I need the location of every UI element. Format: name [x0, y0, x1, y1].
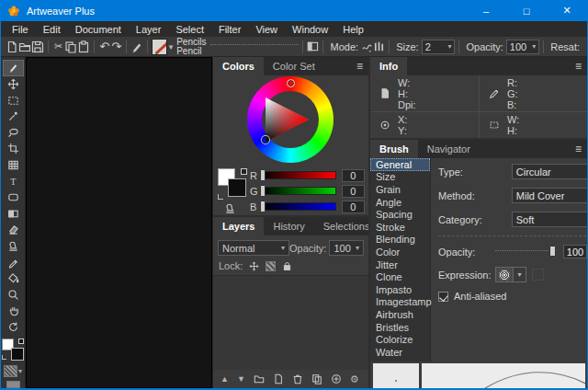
- crop-tool[interactable]: [3, 141, 24, 157]
- green-slider[interactable]: [261, 187, 336, 195]
- duplicate-layer-button[interactable]: [311, 373, 322, 384]
- brush-selector-label[interactable]: Pencils Pencil: [176, 38, 299, 56]
- minimize-button[interactable]: –: [466, 0, 506, 21]
- menu-layer[interactable]: Layer: [129, 21, 169, 37]
- undo-button[interactable]: ↶: [98, 39, 110, 55]
- zoom-tool[interactable]: [3, 286, 24, 303]
- brush-category-airbrush[interactable]: Airbrush: [370, 308, 430, 321]
- lasso-tool[interactable]: [3, 125, 24, 142]
- tab-history[interactable]: History: [264, 217, 313, 235]
- menu-select[interactable]: Select: [168, 21, 211, 37]
- tab-brush[interactable]: Brush: [370, 140, 418, 158]
- fill-tool[interactable]: [3, 270, 24, 287]
- menu-document[interactable]: Document: [68, 21, 129, 37]
- text-tool[interactable]: T: [3, 173, 24, 189]
- brush-category-clone[interactable]: Clone: [370, 270, 430, 283]
- blue-value[interactable]: 0: [342, 201, 365, 213]
- brush-category-bristles[interactable]: Bristles: [370, 321, 430, 334]
- layer-opacity-dropdown[interactable]: 100 ▾: [329, 240, 364, 256]
- brush-opacity-handle[interactable]: [549, 246, 556, 257]
- brush-tool[interactable]: [3, 60, 24, 76]
- expression-dropdown-button[interactable]: ▾: [514, 267, 526, 282]
- menu-help[interactable]: Help: [335, 21, 371, 37]
- pattern-selector[interactable]: ▾: [4, 365, 22, 377]
- blend-mode-dropdown[interactable]: Normal ▾: [218, 240, 289, 256]
- menu-file[interactable]: File: [5, 21, 36, 37]
- method-dropdown[interactable]: Mild Cover ▾: [512, 188, 588, 203]
- lock-all-icon[interactable]: [282, 261, 292, 271]
- move-tool[interactable]: [3, 76, 24, 93]
- sv-marker[interactable]: [262, 136, 269, 143]
- rotate-canvas-tool[interactable]: [3, 319, 24, 336]
- new-group-button[interactable]: [254, 373, 265, 384]
- menu-window[interactable]: Window: [285, 21, 335, 37]
- hue-marker[interactable]: [287, 79, 295, 87]
- brush-category-stroke[interactable]: Stroke: [370, 221, 430, 234]
- brush-selector-chevron-icon[interactable]: ▾: [167, 42, 175, 52]
- panel-menu-icon[interactable]: ≡: [570, 140, 587, 158]
- layer-effects-button[interactable]: [331, 373, 342, 384]
- hand-tool[interactable]: [3, 303, 24, 319]
- delete-layer-button[interactable]: [292, 373, 303, 384]
- blue-slider[interactable]: [261, 202, 336, 211]
- close-button[interactable]: ✕: [547, 0, 587, 21]
- blue-slider-handle[interactable]: [260, 201, 266, 212]
- tab-colors[interactable]: Colors: [213, 57, 264, 75]
- toggle-panels-icon[interactable]: [307, 39, 319, 55]
- maximize-button[interactable]: □: [506, 0, 547, 21]
- open-button[interactable]: [18, 39, 31, 55]
- document-canvas[interactable]: [26, 57, 212, 388]
- tab-layers[interactable]: Layers: [213, 217, 264, 235]
- tab-info[interactable]: Info: [370, 57, 407, 75]
- brush-opacity-slider[interactable]: [495, 250, 556, 253]
- tab-color-set[interactable]: Color Set: [264, 57, 324, 75]
- menu-filter[interactable]: Filter: [211, 21, 248, 37]
- brush-category-jitter[interactable]: Jitter: [370, 258, 430, 271]
- lock-transparency-icon[interactable]: [266, 261, 276, 271]
- cut-button[interactable]: ✂: [52, 39, 64, 55]
- tab-navigator[interactable]: Navigator: [418, 140, 480, 158]
- brush-category-size[interactable]: Size: [370, 171, 430, 184]
- brush-opacity-value[interactable]: 100: [563, 245, 587, 258]
- brush-category-angle[interactable]: Angle: [370, 196, 430, 209]
- save-button[interactable]: [31, 39, 44, 55]
- swap-colors-icon[interactable]: [218, 194, 223, 200]
- saturation-value-triangle[interactable]: [266, 98, 309, 142]
- shape-tool[interactable]: [3, 189, 24, 206]
- move-layer-down-button[interactable]: ▼: [237, 374, 245, 384]
- copy-button[interactable]: [64, 39, 77, 55]
- eraser-tool[interactable]: [3, 222, 24, 238]
- brush-category-colorize[interactable]: Colorize: [370, 333, 430, 346]
- paste-button[interactable]: [77, 39, 90, 55]
- color-swatches[interactable]: [2, 338, 24, 361]
- straight-line-mode-icon[interactable]: [373, 39, 385, 55]
- brush-category-impasto[interactable]: Impasto: [370, 283, 430, 296]
- menu-view[interactable]: View: [248, 21, 285, 37]
- pattern-swatch[interactable]: [4, 365, 17, 377]
- default-colors-icon[interactable]: [18, 338, 24, 344]
- panel-menu-icon[interactable]: ≡: [351, 57, 368, 75]
- pencil-tool[interactable]: [3, 254, 24, 270]
- new-layer-button[interactable]: [273, 373, 284, 384]
- type-dropdown[interactable]: Circular ▾: [512, 164, 588, 179]
- brush-category-grain[interactable]: Grain: [370, 183, 430, 196]
- brush-category-water[interactable]: Water: [370, 346, 430, 359]
- layer-settings-button[interactable]: ⚙: [350, 373, 359, 385]
- red-slider[interactable]: [261, 171, 336, 179]
- red-value[interactable]: 0: [342, 169, 365, 182]
- brush-category-imagestamp[interactable]: Imagestamp: [370, 296, 430, 309]
- background-color-swatch[interactable]: [228, 178, 246, 197]
- opacity-dropdown[interactable]: 100 ▾: [506, 40, 539, 54]
- new-document-button[interactable]: [6, 39, 18, 55]
- swap-colors-icon[interactable]: [2, 355, 6, 360]
- redo-button[interactable]: ↷: [110, 39, 122, 55]
- move-layer-up-button[interactable]: ▲: [220, 374, 229, 384]
- stamp-icon[interactable]: [224, 202, 236, 214]
- brush-options-icon[interactable]: [130, 39, 143, 55]
- brush-preview-thumbnail[interactable]: [152, 39, 166, 55]
- rectangular-select-tool[interactable]: [3, 92, 24, 109]
- size-dropdown[interactable]: 2 ▾: [422, 40, 456, 54]
- clone-stamp-tool[interactable]: [3, 238, 24, 255]
- anti-aliased-checkbox[interactable]: [438, 292, 448, 302]
- paper-texture-swatch[interactable]: [6, 381, 20, 388]
